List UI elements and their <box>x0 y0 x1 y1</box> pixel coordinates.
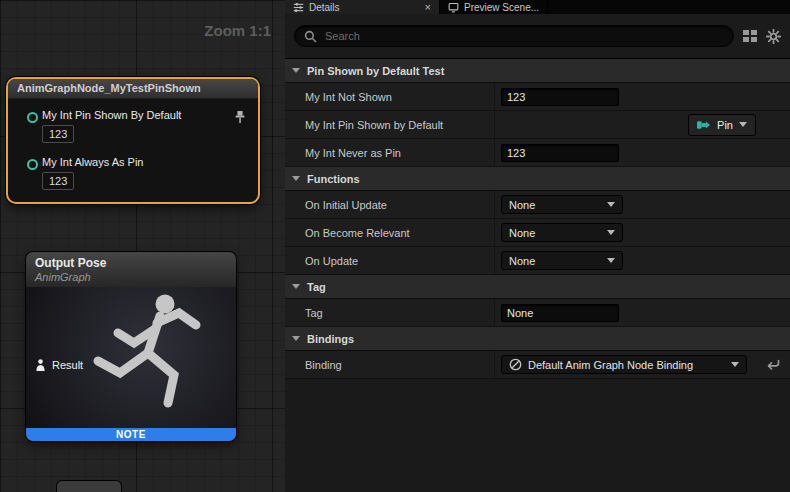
tab-details[interactable]: Details × <box>285 0 440 14</box>
result-pin-row[interactable]: Result <box>35 359 83 371</box>
preview-scene-tab-icon <box>448 2 459 13</box>
node-header[interactable]: Output Pose AnimGraph <box>26 252 236 287</box>
property-label: My Int Pin Shown by Default <box>285 111 495 138</box>
property-label: On Initial Update <box>285 191 495 218</box>
property-label: Tag <box>285 299 495 326</box>
my-int-not-shown-input[interactable] <box>501 88 619 106</box>
zoom-level-label: Zoom 1:1 <box>204 22 271 39</box>
chevron-down-icon <box>292 68 300 73</box>
pose-pin-icon[interactable] <box>35 359 46 371</box>
on-initial-update-dropdown[interactable]: None <box>501 195 623 214</box>
gear-icon[interactable] <box>766 29 781 44</box>
mannequin-preview: Result <box>26 287 236 428</box>
tab-label: Preview Scene... <box>464 2 539 13</box>
details-toolbar <box>285 14 790 59</box>
on-become-relevant-dropdown[interactable]: None <box>501 223 623 242</box>
int-pin-icon[interactable] <box>27 112 38 123</box>
chevron-down-icon <box>607 202 615 207</box>
on-update-dropdown[interactable]: None <box>501 251 623 270</box>
property-value: None <box>495 219 790 246</box>
property-value <box>495 83 790 110</box>
property-row: Tag <box>285 299 790 327</box>
section-header-functions[interactable]: Functions <box>285 167 790 191</box>
view-options-grid-icon[interactable] <box>743 30 757 42</box>
details-empty-area <box>285 379 790 492</box>
node-title[interactable]: AnimGraphNode_MyTestPinShown <box>8 79 258 99</box>
property-value: Pin <box>495 111 790 138</box>
thumbtack-icon[interactable] <box>234 110 246 124</box>
property-label: Binding <box>285 351 495 378</box>
chevron-down-icon <box>731 362 739 367</box>
chevron-down-icon <box>292 284 300 289</box>
tab-preview-scene[interactable]: Preview Scene... <box>440 0 548 14</box>
unreal-editor-window: Zoom 1:1 AnimGraphNode_MyTestPinShown My… <box>0 0 790 492</box>
property-label: My Int Not Shown <box>285 83 495 110</box>
pin-label: My Int Always As Pin <box>42 156 248 168</box>
partially-visible-node[interactable] <box>57 481 121 492</box>
node-pin-row: My Int Pin Shown By Default 123 <box>42 109 248 143</box>
property-row: On Become Relevant None <box>285 219 790 247</box>
chevron-down-icon <box>739 122 747 127</box>
pin-icon <box>697 120 711 130</box>
chevron-down-icon <box>292 336 300 341</box>
result-pin-label: Result <box>52 359 83 371</box>
property-row: On Initial Update None <box>285 191 790 219</box>
chevron-down-icon <box>607 258 615 263</box>
property-label: On Update <box>285 247 495 274</box>
property-value <box>495 139 790 166</box>
search-input[interactable] <box>323 29 724 43</box>
anim-graph-canvas[interactable]: Zoom 1:1 AnimGraphNode_MyTestPinShown My… <box>0 0 286 492</box>
binding-class-icon <box>509 358 522 371</box>
pin-button-label: Pin <box>717 119 733 131</box>
tab-label: Details <box>309 2 340 13</box>
output-pose-node[interactable]: Output Pose AnimGraph <box>26 252 236 441</box>
pin-default-value[interactable]: 123 <box>42 172 74 190</box>
property-row: My Int Not Shown <box>285 83 790 111</box>
mannequin-figure <box>78 289 230 427</box>
chevron-down-icon <box>292 176 300 181</box>
property-row: Binding Default Anim Graph Node Binding <box>285 351 790 379</box>
node-body: My Int Pin Shown By Default 123 My Int A… <box>8 99 258 202</box>
section-header-bindings[interactable]: Bindings <box>285 327 790 351</box>
property-label: My Int Never as Pin <box>285 139 495 166</box>
property-row: On Update None <box>285 247 790 275</box>
note-banner[interactable]: NOTE <box>26 428 236 441</box>
property-row: My Int Never as Pin <box>285 139 790 167</box>
int-pin-icon[interactable] <box>27 159 38 170</box>
property-value <box>495 299 790 326</box>
property-value: None <box>495 247 790 274</box>
anim-graph-test-node[interactable]: AnimGraphNode_MyTestPinShown My Int Pin … <box>6 77 260 204</box>
pin-default-value[interactable]: 123 <box>42 125 74 143</box>
details-tab-icon <box>293 2 304 13</box>
tab-bar: Details × Preview Scene... <box>285 0 790 14</box>
pin-label: My Int Pin Shown By Default <box>42 109 248 121</box>
property-label: On Become Relevant <box>285 219 495 246</box>
search-box[interactable] <box>294 25 734 47</box>
pin-visibility-button[interactable]: Pin <box>688 114 756 136</box>
node-title: Output Pose <box>35 256 227 270</box>
binding-dropdown[interactable]: Default Anim Graph Node Binding <box>501 355 747 374</box>
property-value: None <box>495 191 790 218</box>
property-value: Default Anim Graph Node Binding <box>495 351 790 378</box>
details-panel: Details × Preview Scene... <box>285 0 790 492</box>
node-pin-row: My Int Always As Pin 123 <box>42 156 248 190</box>
close-icon[interactable]: × <box>425 2 431 12</box>
property-row: My Int Pin Shown by Default Pin <box>285 111 790 139</box>
my-int-never-as-pin-input[interactable] <box>501 144 619 162</box>
section-header-pin-shown-by-default-test[interactable]: Pin Shown by Default Test <box>285 59 790 83</box>
tag-input[interactable] <box>501 304 619 322</box>
search-icon <box>304 30 317 43</box>
section-header-tag[interactable]: Tag <box>285 275 790 299</box>
chevron-down-icon <box>607 230 615 235</box>
reset-binding-icon[interactable] <box>766 359 780 371</box>
node-subtitle: AnimGraph <box>35 271 227 283</box>
